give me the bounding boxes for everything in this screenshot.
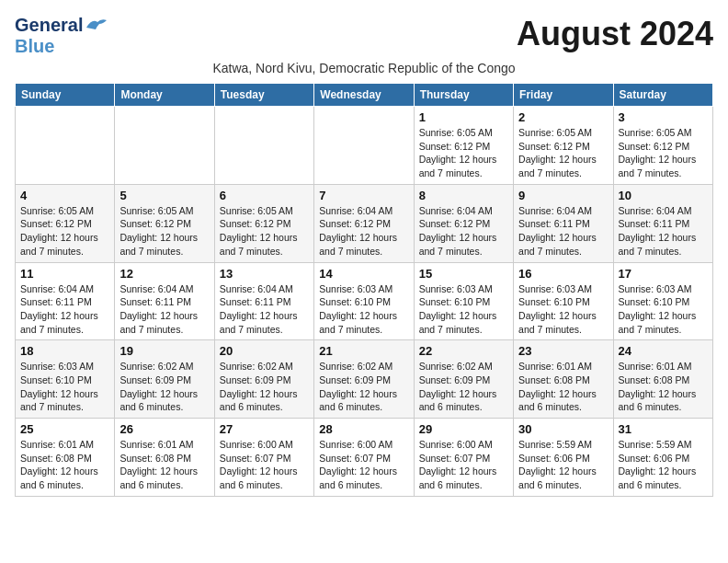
week-row-1: 1Sunrise: 6:05 AMSunset: 6:12 PMDaylight… xyxy=(16,107,713,185)
day-info: Sunrise: 6:01 AMSunset: 6:08 PMDaylight:… xyxy=(119,438,209,492)
day-number: 3 xyxy=(619,110,708,124)
day-number: 29 xyxy=(419,422,508,436)
day-info: Sunrise: 5:59 AMSunset: 6:06 PMDaylight:… xyxy=(619,438,708,492)
calendar-cell xyxy=(314,107,414,185)
day-number: 19 xyxy=(119,344,209,358)
day-info: Sunrise: 6:04 AMSunset: 6:12 PMDaylight:… xyxy=(319,204,408,259)
day-number: 2 xyxy=(518,110,608,124)
logo-bird-icon xyxy=(85,17,108,35)
day-info: Sunrise: 6:01 AMSunset: 6:08 PMDaylight:… xyxy=(518,360,608,414)
week-row-2: 4Sunrise: 6:05 AMSunset: 6:12 PMDaylight… xyxy=(16,184,713,262)
day-info: Sunrise: 6:04 AMSunset: 6:11 PMDaylight:… xyxy=(518,204,608,259)
calendar-cell xyxy=(115,107,214,185)
calendar-cell: 14Sunrise: 6:03 AMSunset: 6:10 PMDayligh… xyxy=(314,262,414,340)
calendar-subtitle: Katwa, Nord Kivu, Democratic Republic of… xyxy=(15,61,713,75)
calendar-cell: 22Sunrise: 6:02 AMSunset: 6:09 PMDayligh… xyxy=(414,340,513,419)
calendar-cell xyxy=(214,107,313,185)
calendar-cell: 5Sunrise: 6:05 AMSunset: 6:12 PMDaylight… xyxy=(115,184,214,262)
calendar-cell: 4Sunrise: 6:05 AMSunset: 6:12 PMDaylight… xyxy=(16,184,115,262)
logo: General Blue xyxy=(15,15,108,57)
calendar-cell: 28Sunrise: 6:00 AMSunset: 6:07 PMDayligh… xyxy=(314,419,414,497)
day-number: 22 xyxy=(419,344,508,358)
calendar-cell: 2Sunrise: 6:05 AMSunset: 6:12 PMDaylight… xyxy=(514,107,613,185)
day-info: Sunrise: 6:01 AMSunset: 6:08 PMDaylight:… xyxy=(619,360,708,414)
day-info: Sunrise: 6:04 AMSunset: 6:11 PMDaylight:… xyxy=(119,282,209,337)
calendar-cell: 6Sunrise: 6:05 AMSunset: 6:12 PMDaylight… xyxy=(214,184,313,262)
calendar-header-row: SundayMondayTuesdayWednesdayThursdayFrid… xyxy=(16,84,713,107)
calendar-cell: 13Sunrise: 6:04 AMSunset: 6:11 PMDayligh… xyxy=(214,262,313,340)
day-info: Sunrise: 6:00 AMSunset: 6:07 PMDaylight:… xyxy=(419,438,508,492)
day-number: 24 xyxy=(619,344,708,358)
day-number: 28 xyxy=(319,422,408,436)
day-number: 26 xyxy=(119,422,209,436)
day-number: 11 xyxy=(20,267,109,281)
day-number: 12 xyxy=(119,267,209,281)
day-number: 30 xyxy=(518,422,608,436)
day-info: Sunrise: 6:03 AMSunset: 6:10 PMDaylight:… xyxy=(518,282,608,337)
calendar-cell: 31Sunrise: 5:59 AMSunset: 6:06 PMDayligh… xyxy=(613,419,712,497)
calendar-cell: 27Sunrise: 6:00 AMSunset: 6:07 PMDayligh… xyxy=(214,419,313,497)
day-number: 27 xyxy=(220,422,309,436)
column-header-friday: Friday xyxy=(514,84,613,107)
column-header-sunday: Sunday xyxy=(16,84,115,107)
calendar-cell: 7Sunrise: 6:04 AMSunset: 6:12 PMDaylight… xyxy=(314,184,414,262)
day-info: Sunrise: 6:05 AMSunset: 6:12 PMDaylight:… xyxy=(518,126,608,180)
calendar-cell: 20Sunrise: 6:02 AMSunset: 6:09 PMDayligh… xyxy=(214,340,313,419)
logo-general-text: General xyxy=(15,15,83,36)
calendar-cell: 11Sunrise: 6:04 AMSunset: 6:11 PMDayligh… xyxy=(16,262,115,340)
calendar-table: SundayMondayTuesdayWednesdayThursdayFrid… xyxy=(15,83,713,497)
column-header-thursday: Thursday xyxy=(414,84,513,107)
calendar-cell: 30Sunrise: 5:59 AMSunset: 6:06 PMDayligh… xyxy=(514,419,613,497)
day-number: 8 xyxy=(419,189,508,202)
day-number: 21 xyxy=(319,344,408,358)
day-info: Sunrise: 6:02 AMSunset: 6:09 PMDaylight:… xyxy=(319,360,408,414)
day-number: 15 xyxy=(419,267,508,281)
calendar-cell xyxy=(16,107,115,185)
month-title: August 2024 xyxy=(517,15,713,53)
day-info: Sunrise: 6:02 AMSunset: 6:09 PMDaylight:… xyxy=(119,360,209,414)
day-info: Sunrise: 6:03 AMSunset: 6:10 PMDaylight:… xyxy=(319,282,408,337)
day-number: 13 xyxy=(220,267,309,281)
calendar-cell: 9Sunrise: 6:04 AMSunset: 6:11 PMDaylight… xyxy=(514,184,613,262)
calendar-cell: 26Sunrise: 6:01 AMSunset: 6:08 PMDayligh… xyxy=(115,419,214,497)
page-header: General Blue August 2024 xyxy=(15,15,713,57)
day-info: Sunrise: 6:00 AMSunset: 6:07 PMDaylight:… xyxy=(220,438,309,492)
calendar-cell: 23Sunrise: 6:01 AMSunset: 6:08 PMDayligh… xyxy=(514,340,613,419)
week-row-4: 18Sunrise: 6:03 AMSunset: 6:10 PMDayligh… xyxy=(16,340,713,419)
calendar-cell: 3Sunrise: 6:05 AMSunset: 6:12 PMDaylight… xyxy=(613,107,712,185)
day-number: 1 xyxy=(419,110,508,124)
day-info: Sunrise: 6:03 AMSunset: 6:10 PMDaylight:… xyxy=(619,282,708,337)
calendar-cell: 17Sunrise: 6:03 AMSunset: 6:10 PMDayligh… xyxy=(613,262,712,340)
day-info: Sunrise: 6:04 AMSunset: 6:11 PMDaylight:… xyxy=(220,282,309,337)
day-number: 16 xyxy=(518,267,608,281)
day-info: Sunrise: 6:05 AMSunset: 6:12 PMDaylight:… xyxy=(220,204,309,259)
column-header-wednesday: Wednesday xyxy=(314,84,414,107)
day-number: 18 xyxy=(20,344,109,358)
day-number: 14 xyxy=(319,267,408,281)
day-info: Sunrise: 6:03 AMSunset: 6:10 PMDaylight:… xyxy=(20,360,109,414)
logo-blue-text: Blue xyxy=(15,36,108,57)
calendar-cell: 10Sunrise: 6:04 AMSunset: 6:11 PMDayligh… xyxy=(613,184,712,262)
day-number: 10 xyxy=(619,189,708,202)
day-number: 17 xyxy=(619,267,708,281)
day-number: 23 xyxy=(518,344,608,358)
day-number: 7 xyxy=(319,189,408,202)
calendar-cell: 8Sunrise: 6:04 AMSunset: 6:12 PMDaylight… xyxy=(414,184,513,262)
day-info: Sunrise: 6:01 AMSunset: 6:08 PMDaylight:… xyxy=(20,438,109,492)
calendar-cell: 12Sunrise: 6:04 AMSunset: 6:11 PMDayligh… xyxy=(115,262,214,340)
day-info: Sunrise: 6:05 AMSunset: 6:12 PMDaylight:… xyxy=(419,126,508,180)
day-info: Sunrise: 6:05 AMSunset: 6:12 PMDaylight:… xyxy=(619,126,708,180)
week-row-3: 11Sunrise: 6:04 AMSunset: 6:11 PMDayligh… xyxy=(16,262,713,340)
day-number: 25 xyxy=(20,422,109,436)
day-number: 31 xyxy=(619,422,708,436)
day-number: 4 xyxy=(20,189,109,202)
day-number: 9 xyxy=(518,189,608,202)
calendar-cell: 29Sunrise: 6:00 AMSunset: 6:07 PMDayligh… xyxy=(414,419,513,497)
day-number: 20 xyxy=(220,344,309,358)
column-header-saturday: Saturday xyxy=(613,84,712,107)
calendar-cell: 24Sunrise: 6:01 AMSunset: 6:08 PMDayligh… xyxy=(613,340,712,419)
day-info: Sunrise: 6:05 AMSunset: 6:12 PMDaylight:… xyxy=(20,204,109,259)
day-info: Sunrise: 6:04 AMSunset: 6:11 PMDaylight:… xyxy=(619,204,708,259)
day-number: 5 xyxy=(119,189,209,202)
column-header-monday: Monday xyxy=(115,84,214,107)
